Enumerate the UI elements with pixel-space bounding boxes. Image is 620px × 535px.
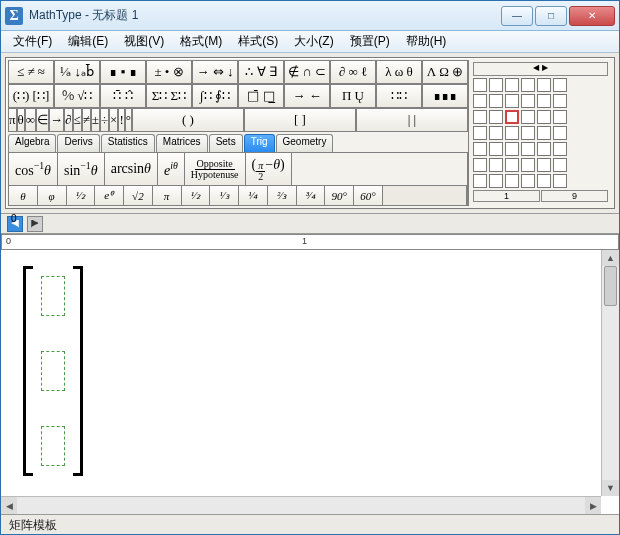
minimize-button[interactable]: — (501, 6, 533, 26)
vertical-scrollbar[interactable]: ▲ ▼ (601, 250, 619, 496)
maximize-button[interactable]: □ (535, 6, 567, 26)
tpl-overbar[interactable]: ∷̄ ∷̂ (100, 84, 146, 108)
scroll-down-icon[interactable]: ▼ (602, 480, 619, 496)
sym-le[interactable]: ≤ (73, 108, 82, 132)
sym-logic[interactable]: ∴ ∀ ∃ (238, 60, 284, 84)
ruler-tick-0: 0 (6, 236, 11, 246)
trig-arcsin[interactable]: arcsinθ (105, 153, 158, 185)
sym-greek-upper[interactable]: Λ Ω ⊕ (422, 60, 468, 84)
sym-spaces[interactable]: ¹⁄ₐ ↓ₐb̄ (54, 60, 100, 84)
tab-sets[interactable]: Sets (209, 134, 243, 152)
sym-times[interactable]: × (109, 108, 118, 132)
menu-format[interactable]: 格式(M) (172, 31, 230, 52)
trig-pi-half[interactable]: (π2−θ) (246, 153, 292, 185)
sm-f2[interactable]: ¹⁄₃ (210, 186, 239, 205)
tab-statistics[interactable]: Statistics (101, 134, 155, 152)
ruler-tick-1: 1 (302, 236, 307, 246)
tab-align-center-icon[interactable]: ⯈ (27, 216, 43, 232)
tpl-fences[interactable]: (∷) [∷] (8, 84, 54, 108)
sym-embellish[interactable]: ∎ ▪ ∎ (100, 60, 146, 84)
sym-ne[interactable]: ≠ (82, 108, 91, 132)
page-9[interactable]: 9 (541, 190, 608, 202)
sym-infty[interactable]: ∞ (25, 108, 36, 132)
matrix-slot-3[interactable] (41, 426, 65, 466)
sym-arrow[interactable]: → (49, 108, 64, 132)
close-button[interactable]: ✕ (569, 6, 615, 26)
tab-matrices[interactable]: Matrices (156, 134, 208, 152)
tab-trig[interactable]: Trig (244, 134, 275, 152)
sym-misc[interactable]: ∂ ∞ ℓ (330, 60, 376, 84)
symbol-row-1: ≤ ≠ ≈ ¹⁄ₐ ↓ₐb̄ ∎ ▪ ∎ ± • ⊗ → ⇔ ↓ ∴ ∀ ∃ ∉… (8, 60, 468, 84)
tpl-integrals[interactable]: ∫∷ ∮∷ (192, 84, 238, 108)
sym-partial[interactable]: ∂ (64, 108, 72, 132)
status-text: 矩阵模板 (9, 518, 57, 532)
sym-bracket[interactable]: [ ] (244, 108, 356, 132)
sym-div[interactable]: ÷ (100, 108, 109, 132)
ruler-bar: ⯇ ⯈ 0 (1, 214, 619, 234)
sm-pi[interactable]: π (153, 186, 182, 205)
ruler-zero: 0 (11, 213, 17, 224)
sym-in[interactable]: ∈ (36, 108, 49, 132)
menu-preferences[interactable]: 预置(P) (342, 31, 398, 52)
menu-edit[interactable]: 编辑(E) (60, 31, 116, 52)
sym-pm[interactable]: ± (91, 108, 100, 132)
sm-phi[interactable]: φ (38, 186, 67, 205)
trig-toolbar: cos−1θ sin−1θ arcsinθ eiθ OppositeHypote… (8, 152, 468, 186)
page-1[interactable]: 1 (473, 190, 540, 202)
sm-60[interactable]: 60° (354, 186, 383, 205)
sym-greek-lower[interactable]: λ ω θ (376, 60, 422, 84)
page-indicator[interactable]: ◀ ▶ (473, 62, 608, 76)
menu-size[interactable]: 大小(Z) (286, 31, 341, 52)
scroll-thumb-v[interactable] (604, 266, 617, 306)
sm-sqrt2[interactable]: √2 (124, 186, 153, 205)
title-bar: Σ MathType - 无标题 1 — □ ✕ (1, 1, 619, 31)
menu-view[interactable]: 视图(V) (116, 31, 172, 52)
scroll-left-icon[interactable]: ◀ (1, 497, 17, 514)
tab-geometry[interactable]: Geometry (276, 134, 334, 152)
trig-exp[interactable]: eiθ (158, 153, 185, 185)
sym-relations[interactable]: ≤ ≠ ≈ (8, 60, 54, 84)
tpl-products[interactable]: Π Ų (330, 84, 376, 108)
tpl-matrices[interactable]: ∷∷ (376, 84, 422, 108)
sm-f3[interactable]: ¹⁄₄ (239, 186, 268, 205)
menu-help[interactable]: 帮助(H) (398, 31, 455, 52)
sym-deg[interactable]: ° (125, 108, 132, 132)
scroll-up-icon[interactable]: ▲ (602, 250, 619, 266)
sym-paren[interactable]: ( ) (132, 108, 244, 132)
sym-theta[interactable]: θ (17, 108, 25, 132)
trig-small-bar: θ φ ¹⁄₂ eᶿ √2 π ¹⁄₂ ¹⁄₃ ¹⁄₄ ²⁄₃ ³⁄₄ 90° … (8, 186, 468, 206)
trig-acos[interactable]: cos−1θ (9, 153, 58, 185)
matrix-slot-2[interactable] (41, 351, 65, 391)
sym-set[interactable]: ∉ ∩ ⊂ (284, 60, 330, 84)
sm-half[interactable]: ¹⁄₂ (67, 186, 96, 205)
ruler[interactable]: 0 1 (1, 234, 619, 250)
tpl-underover[interactable]: □̄ □̲ (238, 84, 284, 108)
tpl-labeled-arrows[interactable]: → ← (284, 84, 330, 108)
trig-asin[interactable]: sin−1θ (58, 153, 105, 185)
matrix-template-grid[interactable] (473, 78, 608, 188)
equation-canvas[interactable] (7, 256, 599, 494)
tpl-sums[interactable]: Σ∷ Σ∷ (146, 84, 192, 108)
sym-operators[interactable]: ± • ⊗ (146, 60, 192, 84)
sm-f5[interactable]: ³⁄₄ (297, 186, 326, 205)
scroll-right-icon[interactable]: ▶ (585, 497, 601, 514)
tpl-boxes[interactable]: ∎∎∎ (422, 84, 468, 108)
tab-algebra[interactable]: Algebra (8, 134, 56, 152)
window-title: MathType - 无标题 1 (29, 7, 499, 24)
category-tabs: Algebra Derivs Statistics Matrices Sets … (8, 134, 468, 152)
tpl-fractions[interactable]: ⁰⁄₀ √∷ (54, 84, 100, 108)
sm-f4[interactable]: ²⁄₃ (268, 186, 297, 205)
sm-90[interactable]: 90° (325, 186, 354, 205)
sym-pi[interactable]: π (8, 108, 17, 132)
sm-etheta[interactable]: eᶿ (95, 186, 124, 205)
menu-file[interactable]: 文件(F) (5, 31, 60, 52)
menu-style[interactable]: 样式(S) (230, 31, 286, 52)
sm-theta[interactable]: θ (9, 186, 38, 205)
sm-f1[interactable]: ¹⁄₂ (182, 186, 211, 205)
matrix-slot-1[interactable] (41, 276, 65, 316)
sym-abs[interactable]: | | (356, 108, 468, 132)
sym-arrows[interactable]: → ⇔ ↓ (192, 60, 238, 84)
trig-opp-hyp[interactable]: OppositeHypotenuse (185, 153, 246, 185)
tab-derivs[interactable]: Derivs (57, 134, 99, 152)
horizontal-scrollbar[interactable]: ◀ ▶ (1, 496, 601, 514)
